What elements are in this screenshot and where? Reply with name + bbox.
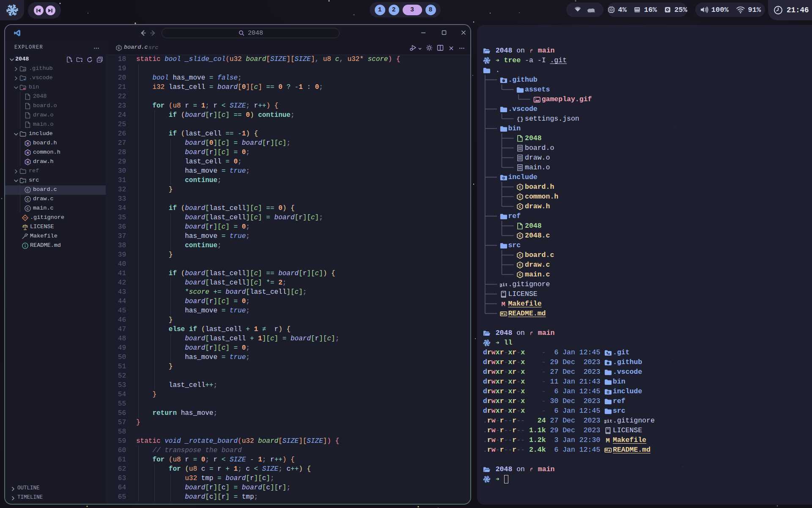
svg-text:C: C [519,185,521,190]
svg-text:M: M [501,301,505,308]
svg-text:H: H [27,142,29,146]
svg-text:C: C [27,198,29,202]
svg-text:M: M [606,437,610,444]
svg-text:C: C [519,234,521,238]
svg-text:C: C [27,207,29,211]
svg-text:C: C [519,263,521,268]
svg-text:C: C [519,195,521,199]
svg-text:H: H [27,160,29,165]
svg-text:C: C [519,253,521,258]
svg-text:git: git [500,282,508,288]
svg-text:H: H [27,151,29,155]
svg-text:git: git [604,418,612,424]
svg-text:C: C [27,188,29,193]
svg-text:C: C [519,204,521,209]
svg-text:{}: {} [517,116,524,122]
svg-text:C: C [118,46,120,50]
svg-text:C: C [519,273,521,277]
